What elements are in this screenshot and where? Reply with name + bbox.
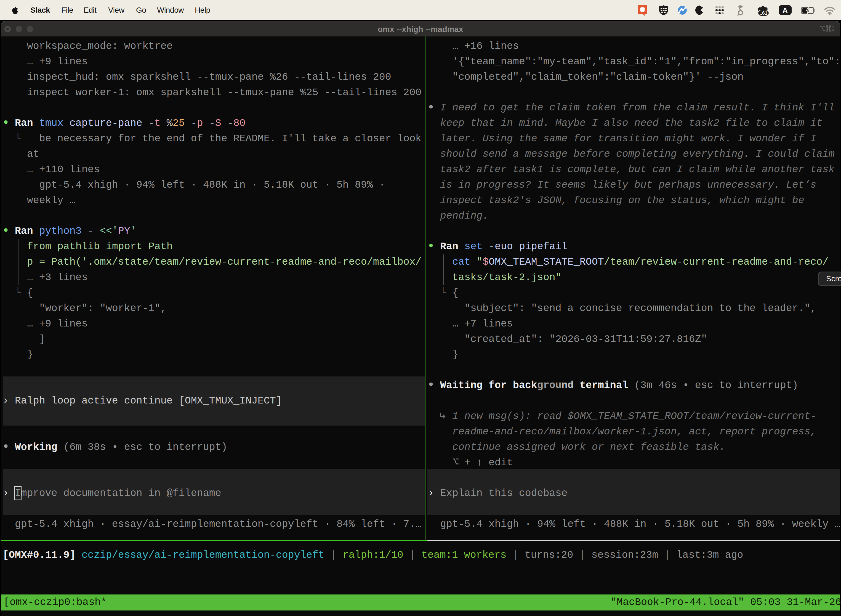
svg-text:A: A [782, 6, 788, 14]
svg-text:1: 1 [831, 25, 835, 32]
svg-text:..61: ..61 [760, 10, 767, 16]
